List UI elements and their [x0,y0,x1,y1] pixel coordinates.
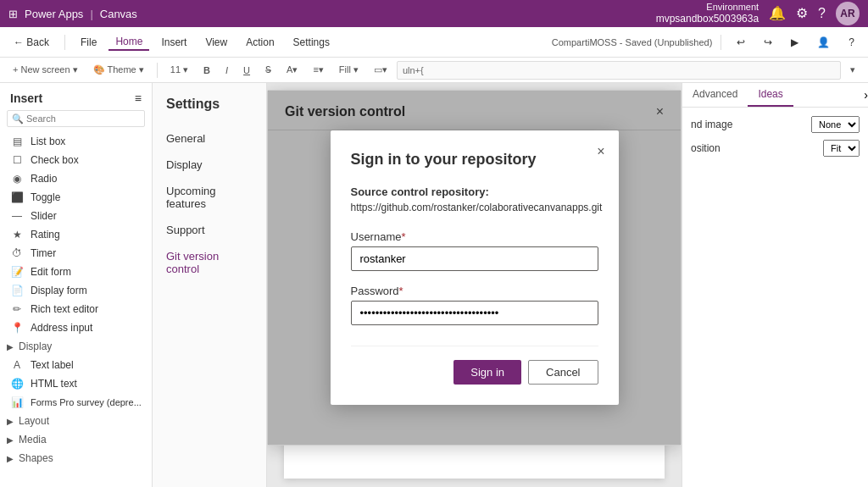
username-label: Username* [351,230,598,243]
avatar[interactable]: AR [836,2,860,25]
home-btn[interactable]: Home [108,34,149,51]
search-input[interactable] [7,110,145,127]
display-form-item[interactable]: 📄 Display form [0,281,152,300]
collapse-icon[interactable]: ≡ [135,91,142,105]
action-btn[interactable]: Action [239,35,281,50]
view-btn[interactable]: View [198,35,234,50]
repo-url: https://github.com/rostanker/colaborativ… [351,202,598,213]
settings-upcoming[interactable]: Upcoming features [153,178,266,217]
back-btn[interactable]: ← Back [7,35,56,50]
position-property-select[interactable]: Fit [823,140,860,157]
forms-pro-label: Forms Pro survey (depre... [31,397,142,407]
settings-support[interactable]: Support [153,217,266,243]
check-box-icon: ☐ [10,154,24,166]
layout-chevron: ▶ [7,417,14,426]
formula-dropdown[interactable]: ▾ [844,62,861,78]
image-property-select[interactable]: None [811,116,860,133]
settings-display[interactable]: Display [153,152,266,178]
font-color-btn[interactable]: A▾ [281,62,303,78]
media-chevron: ▶ [7,435,14,445]
italic-btn[interactable]: I [220,63,234,78]
env-label: Environment [656,1,759,13]
file-btn[interactable]: File [74,35,103,50]
align-btn[interactable]: ≡▾ [307,62,329,78]
tab-ideas[interactable]: Ideas [748,83,793,107]
shapes-label: Shapes [19,452,53,464]
html-text-icon: 🌐 [10,378,24,390]
notification-btn[interactable]: 🔔 [769,5,786,21]
underline-btn[interactable]: U [237,63,256,78]
cancel-btn[interactable]: Cancel [528,360,598,385]
tab-advanced[interactable]: Advanced [682,83,748,107]
signin-close-btn[interactable]: × [597,144,604,159]
position-property-row: osition Fit [691,140,860,157]
right-panel-collapse[interactable]: › [864,83,868,107]
bold-btn[interactable]: B [198,63,216,78]
media-label: Media [19,434,47,445]
forms-pro-item[interactable]: 📊 Forms Pro survey (depre... [0,393,152,412]
password-label: Password* [351,285,598,297]
layout-section[interactable]: ▶ Layout [0,412,152,430]
redo-btn[interactable]: ↪ [757,35,779,50]
strikethrough-btn[interactable]: S̶ [259,62,277,78]
slider-item[interactable]: — Slider [0,207,152,225]
edit-form-item[interactable]: 📝 Edit form [0,263,152,281]
display-section[interactable]: ▶ Display [0,337,152,356]
help-nav-btn[interactable]: ? [842,35,861,50]
username-input[interactable] [351,246,598,271]
html-text-label: HTML text [31,378,77,390]
slider-icon: — [10,210,24,222]
timer-icon: ⏱ [10,247,24,259]
toggle-item[interactable]: ⬛ Toggle [0,188,152,207]
address-input-label: Address input [31,322,92,334]
formula-bar[interactable]: uln+{ [397,61,841,80]
toggle-label: Toggle [31,191,60,203]
rating-item[interactable]: ★ Rating [0,225,152,244]
insert-btn[interactable]: Insert [154,35,193,50]
saved-status: CompartiMOSS - Saved (Unpublished) [552,37,713,47]
list-box-item[interactable]: ▤ List box [0,132,152,151]
settings-btn[interactable]: ⚙ [796,5,808,21]
list-box-label: List box [31,136,65,147]
sign-in-btn[interactable]: Sign in [453,360,521,385]
font-size-btn[interactable]: 11 ▾ [164,62,194,78]
username-required: * [401,230,405,243]
theme-btn[interactable]: 🎨 Theme ▾ [87,62,150,78]
rating-label: Rating [31,229,60,241]
preview-btn[interactable]: ▶ [784,35,805,50]
sep2 [721,35,721,50]
undo-btn[interactable]: ↩ [730,35,752,50]
media-section[interactable]: ▶ Media [0,430,152,449]
new-screen-btn[interactable]: + New screen ▾ [7,62,84,78]
border-btn[interactable]: ▭▾ [368,62,393,78]
rich-text-icon: ✏ [10,303,24,315]
user-btn[interactable]: 👤 [810,35,837,50]
right-panel-tabs: Advanced Ideas › [682,83,868,108]
check-box-label: Check box [31,154,79,166]
titlebar-right: Environment mvpsandbox5003963a 🔔 ⚙ ? AR [656,1,860,26]
check-box-item[interactable]: ☐ Check box [0,151,152,169]
fill-btn[interactable]: Fill ▾ [333,62,364,78]
text-label-item[interactable]: A Text label [0,356,152,374]
insert-title: Insert [10,91,42,105]
settings-nav-btn[interactable]: Settings [287,35,337,50]
timer-item[interactable]: ⏱ Timer [0,244,152,263]
rich-text-item[interactable]: ✏ Rich text editor [0,300,152,318]
radio-item[interactable]: ◉ Radio [0,169,152,188]
settings-git[interactable]: Git version control [153,243,266,282]
git-dialog-body: × Sign in to your repository Source cont… [268,130,681,164]
help-btn[interactable]: ? [818,6,826,21]
edit-form-label: Edit form [31,266,71,278]
signin-dialog: × Sign in to your repository Source cont… [331,130,619,405]
shapes-section[interactable]: ▶ Shapes [0,449,152,468]
slider-label: Slider [31,210,57,222]
timer-label: Timer [31,247,56,259]
settings-general[interactable]: General [153,125,266,152]
app-name: Power Apps [25,8,83,20]
password-input[interactable] [351,301,598,325]
right-panel-body: nd image None osition Fit [682,108,868,165]
html-text-item[interactable]: 🌐 HTML text [0,374,152,393]
address-input-item[interactable]: 📍 Address input [0,318,152,337]
edit-form-icon: 📝 [10,266,24,278]
sep1 [64,35,65,50]
